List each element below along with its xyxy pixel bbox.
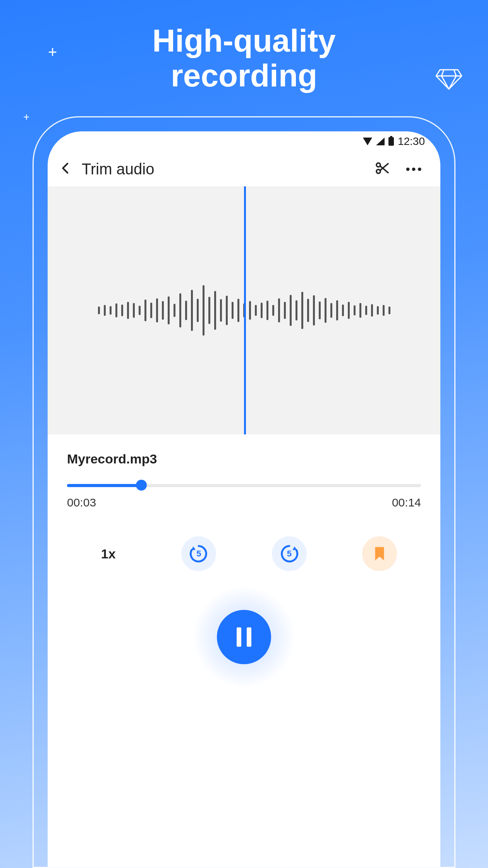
waveform-display[interactable] [48,186,440,434]
page-title: Trim audio [82,160,364,178]
battery-icon [388,137,394,146]
controls-row: 1x 5 5 [48,509,440,571]
hero-title-line1: High-quality [152,23,336,58]
back-button[interactable] [59,162,72,176]
hero-title-line2: recording [171,58,317,93]
pause-button[interactable] [217,610,271,664]
pause-bar-icon [237,627,241,647]
playhead-indicator [244,186,246,434]
player-info: Myrecord.mp3 00:03 00:14 [48,434,440,509]
status-bar: 12:30 [48,131,440,152]
scissors-icon [375,160,390,176]
playback-speed-button[interactable]: 1x [91,546,126,561]
bookmark-icon [373,546,387,561]
hero-title: High-quality recording [0,23,488,93]
signal-icon [376,138,385,145]
diamond-icon [435,68,462,91]
app-bar: Trim audio ••• [48,152,440,186]
slider-thumb[interactable] [136,480,147,491]
current-time: 00:03 [67,496,96,509]
file-name: Myrecord.mp3 [67,451,421,467]
bookmark-button[interactable] [362,536,397,571]
time-row: 00:03 00:14 [67,496,421,509]
phone-frame: 12:30 Trim audio ••• [33,116,455,868]
play-area [48,610,440,664]
pause-bar-icon [247,627,251,647]
seek-forward-button[interactable]: 5 [272,536,307,571]
plus-decoration-icon: + [23,111,29,123]
progress-slider[interactable] [67,480,421,489]
phone-screen: 12:30 Trim audio ••• [48,131,440,867]
chevron-left-icon [59,162,72,174]
seek-forward-seconds: 5 [287,549,292,559]
seek-back-button[interactable]: 5 [181,536,216,571]
more-options-button[interactable]: ••• [400,162,429,176]
promo-background: High-quality recording + + 12:30 Trim au… [0,0,488,868]
plus-decoration-icon: + [48,43,57,61]
status-time: 12:30 [398,135,425,148]
slider-fill [67,484,141,487]
wifi-icon [363,138,372,145]
cut-button[interactable] [375,160,390,177]
seek-back-seconds: 5 [196,549,201,559]
total-time: 00:14 [392,496,421,509]
